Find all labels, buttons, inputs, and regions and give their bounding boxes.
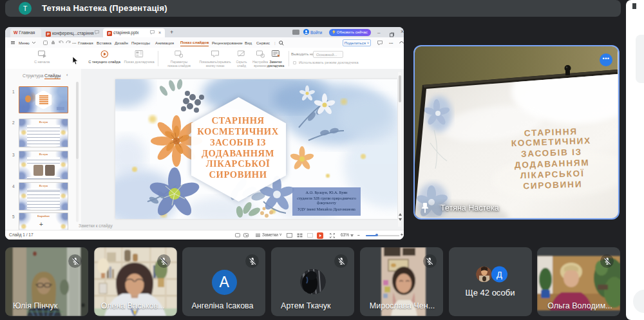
- svg-text:студенти 32Б групи природничог: студенти 32Б групи природничого: [297, 196, 356, 200]
- svg-text:Д: Д: [497, 270, 502, 279]
- svg-text:СТАРІННЯ: СТАРІННЯ: [211, 115, 264, 126]
- svg-text:А.О. Брацун, Ю.А. Буян: А.О. Брацун, Ю.А. Буян: [306, 190, 348, 194]
- svg-text:СИРОВИНИ: СИРОВИНИ: [209, 169, 267, 180]
- svg-text:УДУ імені Михайла Драгоманова: УДУ імені Михайла Драгоманова: [298, 207, 355, 211]
- svg-text:ЛІКАРСЬКОЇ: ЛІКАРСЬКОЇ: [206, 158, 270, 169]
- svg-text:КОСМЕТИЧНИХ: КОСМЕТИЧНИХ: [197, 126, 279, 136]
- svg-text:СИРОВИНИ: СИРОВИНИ: [523, 179, 583, 191]
- svg-text:ДОДАВАННЯМ: ДОДАВАННЯМ: [202, 148, 274, 158]
- svg-text:ЗАСОБІВ ІЗ: ЗАСОБІВ ІЗ: [210, 137, 266, 147]
- svg-text:факультету: факультету: [317, 200, 337, 205]
